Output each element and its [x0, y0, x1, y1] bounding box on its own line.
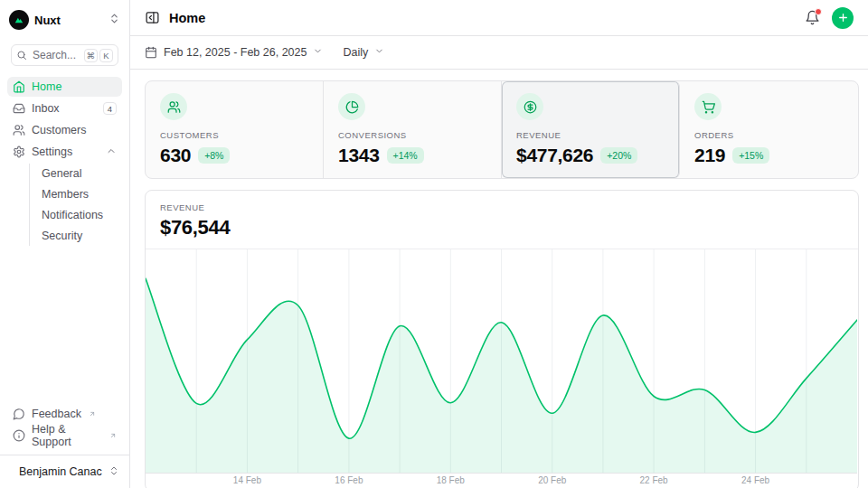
- notification-dot: [815, 8, 822, 15]
- subnav-label: Notifications: [42, 209, 103, 221]
- svg-text:16 Feb: 16 Feb: [335, 475, 363, 485]
- stat-delta-badge: +20%: [600, 147, 637, 164]
- sidebar-item-inbox[interactable]: Inbox 4: [7, 99, 122, 118]
- search-kbd-shortcut: ⌘ K: [84, 49, 114, 62]
- search-placeholder: Search...: [33, 49, 76, 61]
- dashboard-content: CUSTOMERS 630 +8% CONVERSIONS 1343 +14%: [130, 70, 868, 488]
- calendar-icon: [145, 46, 157, 59]
- help-support-link[interactable]: Help & Support: [7, 426, 122, 446]
- plus-icon: [837, 12, 849, 23]
- feedback-link[interactable]: Feedback: [7, 404, 122, 424]
- page-title: Home: [169, 11, 205, 25]
- sidebar-item-label: Inbox: [32, 102, 60, 115]
- app-window: Nuxt Search... ⌘ K Home: [0, 0, 868, 488]
- stat-value: $477,626: [516, 145, 593, 166]
- home-icon: [13, 80, 25, 93]
- inbox-icon: [13, 102, 25, 115]
- sidebar-item-label: Settings: [32, 145, 72, 158]
- nuxt-logo-icon: [9, 10, 29, 30]
- sidebar-item-general[interactable]: General: [30, 164, 115, 183]
- footer-link-label: Help & Support: [32, 423, 102, 448]
- date-range-picker[interactable]: Feb 12, 2025 - Feb 26, 2025: [145, 46, 323, 59]
- sidebar-item-security[interactable]: Security: [30, 226, 115, 246]
- stat-card-orders[interactable]: ORDERS 219 +15%: [680, 81, 858, 178]
- sidebar-footer-links: Feedback Help & Support: [7, 404, 122, 447]
- add-button[interactable]: [832, 7, 854, 29]
- sidebar-item-home[interactable]: Home: [7, 77, 122, 97]
- sidebar-item-settings[interactable]: Settings: [7, 142, 122, 162]
- user-menu[interactable]: Benjamin Canac: [7, 461, 122, 483]
- topbar: Home: [130, 0, 868, 36]
- search-icon: [16, 50, 27, 61]
- external-link-icon: [109, 429, 117, 442]
- subnav-label: General: [42, 167, 81, 180]
- sidebar-item-members[interactable]: Members: [30, 184, 115, 204]
- users-icon: [13, 124, 25, 136]
- stat-delta-badge: +8%: [198, 147, 230, 164]
- workspace-switcher[interactable]: Nuxt: [9, 7, 120, 33]
- stat-label: REVENUE: [516, 130, 665, 140]
- granularity-value: Daily: [343, 46, 368, 59]
- search-input[interactable]: Search... ⌘ K: [11, 44, 118, 66]
- dollar-circle-icon: [516, 93, 543, 120]
- svg-text:22 Feb: 22 Feb: [640, 475, 669, 485]
- stat-card-customers[interactable]: CUSTOMERS 630 +8%: [146, 81, 324, 178]
- filter-bar: Feb 12, 2025 - Feb 26, 2025 Daily: [130, 36, 868, 70]
- svg-text:18 Feb: 18 Feb: [437, 475, 466, 485]
- stat-delta-badge: +15%: [732, 147, 769, 164]
- sidebar-item-customers[interactable]: Customers: [7, 120, 122, 140]
- revenue-area-chart[interactable]: 14 Feb16 Feb18 Feb20 Feb22 Feb24 Feb: [146, 249, 858, 488]
- stat-card-revenue[interactable]: REVENUE $477,626 +20%: [502, 81, 680, 178]
- date-range-value: Feb 12, 2025 - Feb 26, 2025: [164, 46, 307, 59]
- sidebar-item-notifications[interactable]: Notifications: [30, 205, 115, 225]
- stat-card-conversions[interactable]: CONVERSIONS 1343 +14%: [324, 81, 502, 178]
- user-section: Benjamin Canac: [0, 455, 129, 483]
- chevron-up-down-icon: [108, 464, 119, 480]
- workspace-name: Nuxt: [34, 14, 61, 27]
- subnav-label: Members: [42, 188, 89, 201]
- inbox-count-badge: 4: [103, 102, 117, 115]
- sidebar-collapse-button[interactable]: [145, 10, 160, 25]
- sidebar-item-label: Customers: [32, 124, 86, 136]
- svg-text:14 Feb: 14 Feb: [233, 475, 262, 485]
- kbd-k: K: [99, 49, 113, 62]
- chart-metric-label: REVENUE: [160, 202, 844, 212]
- notifications-button[interactable]: [805, 10, 820, 25]
- stats-grid: CUSTOMERS 630 +8% CONVERSIONS 1343 +14%: [145, 80, 859, 179]
- stat-label: ORDERS: [694, 130, 844, 140]
- chart-metric-value: $76,544: [160, 216, 844, 239]
- kbd-cmd: ⌘: [84, 49, 99, 62]
- stat-delta-badge: +14%: [387, 147, 424, 164]
- users-icon: [160, 93, 187, 120]
- stat-value: 630: [160, 145, 191, 166]
- cart-icon: [694, 93, 722, 120]
- stat-label: CONVERSIONS: [338, 130, 486, 140]
- footer-link-label: Feedback: [32, 408, 81, 420]
- chevron-up-down-icon: [108, 12, 120, 28]
- chevron-up-icon: [106, 145, 117, 159]
- svg-text:24 Feb: 24 Feb: [741, 475, 770, 485]
- stat-value: 1343: [338, 145, 380, 166]
- chart-header: REVENUE $76,544: [146, 191, 858, 249]
- stat-value: 219: [694, 145, 725, 166]
- granularity-select[interactable]: Daily: [343, 46, 384, 59]
- stat-label: CUSTOMERS: [160, 130, 308, 140]
- settings-subnav: General Members Notifications Security: [29, 164, 115, 246]
- external-link-icon: [89, 408, 96, 420]
- sidebar: Nuxt Search... ⌘ K Home: [0, 0, 130, 488]
- main-panel: Home Feb 12, 2025 - Feb 26, 2025: [130, 0, 868, 488]
- subnav-label: Security: [42, 230, 82, 242]
- gear-icon: [13, 145, 25, 158]
- chat-bubble-icon: [13, 408, 25, 420]
- chevron-down-icon: [374, 46, 384, 59]
- svg-text:20 Feb: 20 Feb: [538, 475, 567, 485]
- pie-chart-icon: [338, 93, 365, 120]
- user-name: Benjamin Canac: [19, 465, 102, 478]
- revenue-chart-card: REVENUE $76,544 14 Feb16 Feb18 Feb20 Feb…: [145, 190, 859, 488]
- chevron-down-icon: [313, 46, 323, 59]
- sidebar-nav: Home Inbox 4 Customers Settings: [7, 77, 122, 247]
- sidebar-item-label: Home: [32, 80, 61, 93]
- info-circle-icon: [13, 429, 25, 442]
